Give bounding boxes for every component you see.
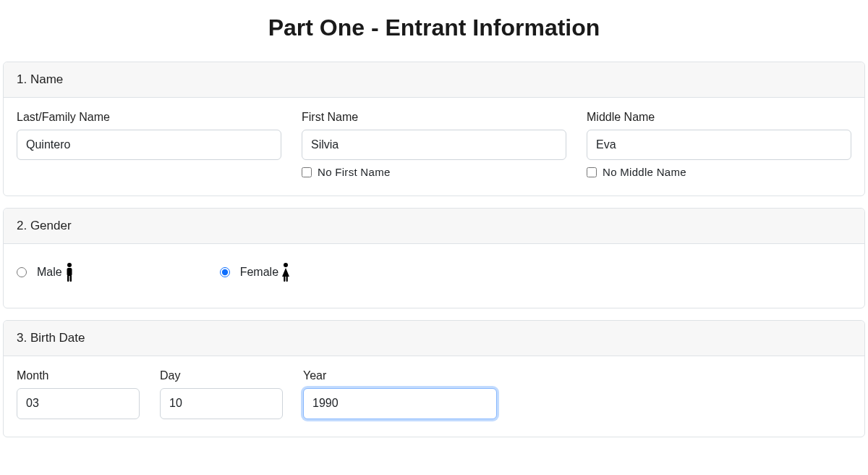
page-title: Part One - Entrant Information xyxy=(3,14,865,41)
birth-day-input[interactable] xyxy=(160,388,283,419)
no-first-name-label: No First Name xyxy=(318,166,391,178)
section-birth-date: 3. Birth Date Month Day Year xyxy=(3,320,865,437)
svg-rect-5 xyxy=(284,276,285,282)
birth-month-label: Month xyxy=(17,369,140,382)
male-icon xyxy=(64,261,75,283)
birth-day-label: Day xyxy=(160,369,283,382)
gender-radio-female[interactable] xyxy=(220,267,230,277)
no-middle-name-checkbox[interactable] xyxy=(587,167,597,177)
svg-point-4 xyxy=(284,263,288,267)
middle-name-label: Middle Name xyxy=(587,111,851,124)
gender-male-label: Male xyxy=(37,266,62,279)
birth-year-label: Year xyxy=(303,369,497,382)
section-name-header: 1. Name xyxy=(4,62,864,98)
section-gender-header: 2. Gender xyxy=(4,209,864,244)
gender-option-male[interactable]: Male xyxy=(17,261,75,283)
last-name-label: Last/Family Name xyxy=(17,111,281,124)
gender-option-female[interactable]: Female xyxy=(220,261,292,283)
svg-rect-2 xyxy=(67,275,69,282)
birth-year-input[interactable] xyxy=(303,388,497,419)
first-name-input[interactable] xyxy=(302,130,566,160)
no-middle-name-label: No Middle Name xyxy=(603,166,686,178)
last-name-input[interactable] xyxy=(17,130,281,160)
no-first-name-checkbox[interactable] xyxy=(302,167,312,177)
first-name-label: First Name xyxy=(302,111,566,124)
svg-rect-6 xyxy=(286,276,288,282)
gender-female-label: Female xyxy=(240,266,278,279)
birth-month-input[interactable] xyxy=(17,388,140,419)
svg-rect-3 xyxy=(69,275,71,282)
section-gender: 2. Gender Male xyxy=(3,208,865,308)
svg-point-0 xyxy=(67,263,72,267)
middle-name-input[interactable] xyxy=(587,130,851,160)
section-name: 1. Name Last/Family Name First Name No F… xyxy=(3,62,865,196)
gender-radio-male[interactable] xyxy=(17,267,27,277)
section-birth-date-header: 3. Birth Date xyxy=(4,321,864,356)
female-icon xyxy=(280,261,292,283)
svg-rect-1 xyxy=(67,268,72,276)
